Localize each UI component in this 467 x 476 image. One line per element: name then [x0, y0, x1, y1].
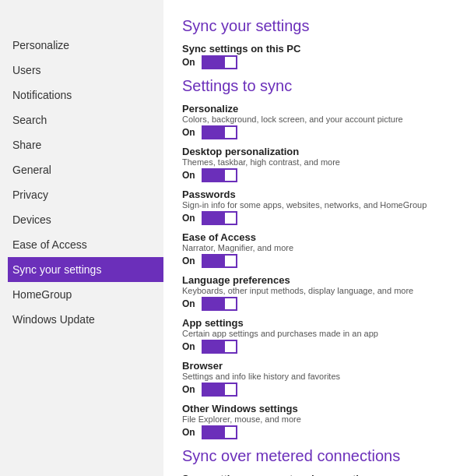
section-title-sync-your-settings: Sync your settings — [182, 17, 451, 35]
sidebar-item-search[interactable]: Search — [8, 108, 171, 132]
setting-passwords: PasswordsSign-in info for some apps, web… — [182, 189, 451, 225]
setting-desc-language-preferences: Keyboards, other input methods, display … — [182, 286, 451, 295]
setting-app-settings: App settingsCertain app settings and pur… — [182, 317, 451, 354]
sidebar-item-homegroup[interactable]: HomeGroup — [8, 282, 171, 307]
setting-label-browser: Browser — [182, 360, 451, 372]
setting-label-desktop-personalization: Desktop personalization — [182, 146, 451, 157]
toggle-label-ease-of-access: On — [182, 256, 195, 266]
toggle-label-browser: On — [182, 384, 195, 395]
toggle-app-settings[interactable] — [202, 340, 237, 354]
toggle-knob-other-windows-settings — [225, 427, 236, 438]
toggle-sync-settings-this-pc[interactable] — [202, 55, 237, 69]
toggle-label-personalize: On — [182, 127, 195, 138]
sidebar-nav: PersonalizeUsersNotificationsSearchShare… — [12, 33, 163, 332]
setting-desc-personalize: Colors, background, lock screen, and you… — [182, 115, 451, 124]
setting-desc-app-settings: Certain app settings and purchases made … — [182, 329, 451, 338]
setting-label-app-settings: App settings — [182, 317, 451, 329]
sidebar-item-notifications[interactable]: Notifications — [8, 83, 171, 108]
section-settings-to-sync: Settings to syncPersonalizeColors, backg… — [182, 77, 451, 439]
toggle-knob-language-preferences — [225, 298, 236, 309]
section-title-sync-over-metered: Sync over metered connections — [182, 447, 451, 465]
sidebar: PersonalizeUsersNotificationsSearchShare… — [0, 0, 163, 476]
toggle-label-app-settings: On — [182, 341, 195, 352]
section-sync-over-metered: Sync over metered connectionsSync settin… — [182, 447, 451, 476]
setting-desc-other-windows-settings: File Explorer, mouse, and more — [182, 414, 451, 424]
toggle-row-sync-settings-this-pc: On — [182, 55, 451, 69]
toggle-row-browser: On — [182, 383, 451, 397]
setting-desc-desktop-personalization: Themes, taskbar, high contrast, and more — [182, 157, 451, 167]
setting-language-preferences: Language preferencesKeyboards, other inp… — [182, 274, 451, 311]
toggle-browser[interactable] — [202, 383, 237, 397]
toggle-knob-sync-settings-this-pc — [225, 57, 236, 68]
sidebar-item-users[interactable]: Users — [8, 58, 171, 83]
setting-desc-ease-of-access: Narrator, Magnifier, and more — [182, 243, 451, 252]
sidebar-item-share[interactable]: Share — [8, 132, 171, 157]
toggle-label-language-preferences: On — [182, 298, 195, 309]
setting-label-language-preferences: Language preferences — [182, 274, 451, 286]
toggle-knob-desktop-personalization — [225, 170, 236, 181]
setting-ease-of-access: Ease of AccessNarrator, Magnifier, and m… — [182, 231, 451, 268]
toggle-personalize[interactable] — [202, 125, 237, 139]
setting-desktop-personalization: Desktop personalizationThemes, taskbar, … — [182, 146, 451, 182]
toggle-label-desktop-personalization: On — [182, 170, 195, 181]
setting-sync-metered: Sync settings over metered connectionsOn — [182, 473, 451, 476]
toggle-row-app-settings: On — [182, 340, 451, 354]
sidebar-item-privacy[interactable]: Privacy — [8, 182, 171, 207]
toggle-knob-browser — [225, 384, 236, 395]
sidebar-item-windows-update[interactable]: Windows Update — [8, 307, 171, 332]
setting-personalize: PersonalizeColors, background, lock scre… — [182, 103, 451, 139]
toggle-knob-ease-of-access — [225, 256, 236, 266]
toggle-knob-personalize — [225, 127, 236, 138]
setting-label-ease-of-access: Ease of Access — [182, 231, 451, 243]
section-title-settings-to-sync: Settings to sync — [182, 77, 451, 95]
main-content: Sync your settingsSync settings on this … — [163, 0, 467, 476]
toggle-row-desktop-personalization: On — [182, 168, 451, 182]
sidebar-item-sync-your-settings[interactable]: Sync your settings — [8, 257, 171, 282]
setting-label-passwords: Passwords — [182, 189, 451, 200]
toggle-knob-app-settings — [225, 341, 236, 352]
toggle-passwords[interactable] — [202, 211, 237, 225]
toggle-row-personalize: On — [182, 125, 451, 139]
toggle-label-other-windows-settings: On — [182, 427, 195, 438]
setting-label-sync-metered: Sync settings over metered connections — [182, 473, 451, 476]
toggle-row-ease-of-access: On — [182, 254, 451, 268]
setting-desc-passwords: Sign-in info for some apps, websites, ne… — [182, 200, 451, 210]
toggle-label-passwords: On — [182, 213, 195, 224]
sidebar-item-devices[interactable]: Devices — [8, 207, 171, 232]
toggle-row-other-windows-settings: On — [182, 425, 451, 439]
toggle-label-sync-settings-this-pc: On — [182, 57, 195, 68]
setting-desc-browser: Settings and info like history and favor… — [182, 372, 451, 381]
setting-label-sync-settings-this-pc: Sync settings on this PC — [182, 43, 451, 55]
sidebar-item-ease-of-access[interactable]: Ease of Access — [8, 232, 171, 257]
sidebar-item-personalize[interactable]: Personalize — [8, 33, 171, 58]
toggle-row-passwords: On — [182, 211, 451, 225]
toggle-language-preferences[interactable] — [202, 297, 237, 311]
toggle-ease-of-access[interactable] — [202, 254, 237, 268]
setting-label-other-windows-settings: Other Windows settings — [182, 403, 451, 414]
sections-container: Sync your settingsSync settings on this … — [182, 17, 451, 476]
setting-other-windows-settings: Other Windows settingsFile Explorer, mou… — [182, 403, 451, 439]
section-sync-your-settings: Sync your settingsSync settings on this … — [182, 17, 451, 69]
setting-browser: BrowserSettings and info like history an… — [182, 360, 451, 397]
setting-label-personalize: Personalize — [182, 103, 451, 115]
toggle-knob-passwords — [225, 213, 236, 224]
sidebar-item-general[interactable]: General — [8, 157, 171, 182]
toggle-other-windows-settings[interactable] — [202, 425, 237, 439]
toggle-row-language-preferences: On — [182, 297, 451, 311]
setting-sync-settings-this-pc: Sync settings on this PCOn — [182, 43, 451, 69]
toggle-desktop-personalization[interactable] — [202, 168, 237, 182]
